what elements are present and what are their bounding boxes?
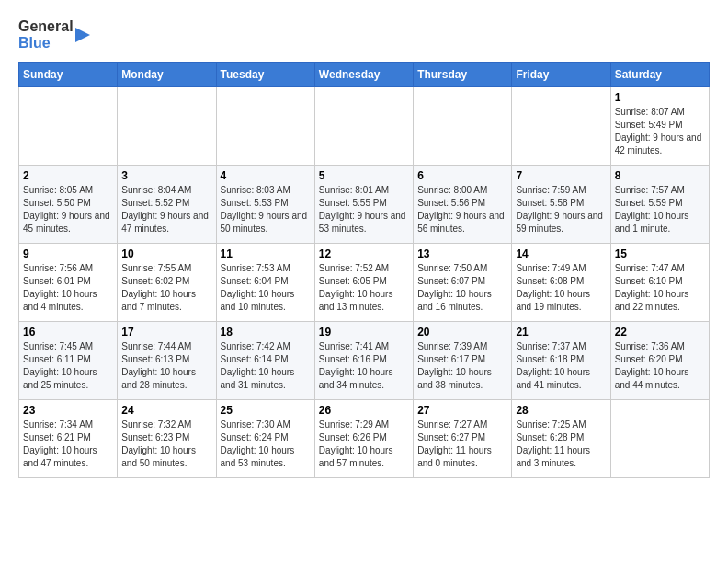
weekday-header-tuesday: Tuesday: [216, 62, 314, 86]
day-number: 6: [417, 169, 507, 182]
day-info: Sunrise: 7:47 AM Sunset: 6:10 PM Dayligh…: [615, 262, 705, 314]
calendar-cell: 16Sunrise: 7:45 AM Sunset: 6:11 PM Dayli…: [19, 321, 118, 399]
day-info: Sunrise: 7:56 AM Sunset: 6:01 PM Dayligh…: [23, 262, 113, 314]
calendar-cell: [512, 86, 610, 165]
day-info: Sunrise: 7:44 AM Sunset: 6:13 PM Dayligh…: [121, 340, 211, 392]
day-info: Sunrise: 7:50 AM Sunset: 6:07 PM Dayligh…: [417, 262, 507, 314]
calendar-cell: 18Sunrise: 7:42 AM Sunset: 6:14 PM Dayli…: [216, 321, 314, 399]
day-info: Sunrise: 7:57 AM Sunset: 5:59 PM Dayligh…: [615, 184, 705, 236]
day-info: Sunrise: 7:36 AM Sunset: 6:20 PM Dayligh…: [615, 340, 705, 392]
weekday-header-saturday: Saturday: [610, 62, 709, 86]
calendar-cell: 6Sunrise: 8:00 AM Sunset: 5:56 PM Daylig…: [414, 165, 512, 243]
calendar-cell: 14Sunrise: 7:49 AM Sunset: 6:08 PM Dayli…: [512, 243, 610, 321]
day-number: 15: [615, 247, 705, 260]
day-info: Sunrise: 7:39 AM Sunset: 6:17 PM Dayligh…: [417, 340, 507, 392]
logo-arrow-icon: [74, 26, 92, 44]
calendar-cell: 13Sunrise: 7:50 AM Sunset: 6:07 PM Dayli…: [414, 243, 512, 321]
day-number: 17: [121, 326, 211, 339]
calendar-cell: 1Sunrise: 8:07 AM Sunset: 5:49 PM Daylig…: [610, 86, 709, 165]
calendar-cell: 28Sunrise: 7:25 AM Sunset: 6:28 PM Dayli…: [512, 399, 610, 477]
day-number: 16: [23, 326, 113, 339]
weekday-header-sunday: Sunday: [19, 62, 118, 86]
calendar-cell: 27Sunrise: 7:27 AM Sunset: 6:27 PM Dayli…: [414, 399, 512, 477]
calendar-cell: 15Sunrise: 7:47 AM Sunset: 6:10 PM Dayli…: [610, 243, 709, 321]
day-number: 24: [121, 404, 211, 417]
day-number: 9: [23, 247, 113, 260]
weekday-header-thursday: Thursday: [414, 62, 512, 86]
calendar-cell: 9Sunrise: 7:56 AM Sunset: 6:01 PM Daylig…: [19, 243, 118, 321]
day-number: 14: [516, 247, 606, 260]
weekday-header-wednesday: Wednesday: [314, 62, 413, 86]
calendar-cell: 11Sunrise: 7:53 AM Sunset: 6:04 PM Dayli…: [216, 243, 314, 321]
day-number: 22: [615, 326, 705, 339]
calendar-cell: 7Sunrise: 7:59 AM Sunset: 5:58 PM Daylig…: [512, 165, 610, 243]
calendar-cell: 25Sunrise: 7:30 AM Sunset: 6:24 PM Dayli…: [216, 399, 314, 477]
calendar-cell: 23Sunrise: 7:34 AM Sunset: 6:21 PM Dayli…: [19, 399, 118, 477]
day-info: Sunrise: 8:00 AM Sunset: 5:56 PM Dayligh…: [417, 184, 507, 236]
day-info: Sunrise: 7:55 AM Sunset: 6:02 PM Dayligh…: [121, 262, 211, 314]
calendar-cell: [414, 86, 512, 165]
day-number: 27: [417, 404, 507, 417]
day-info: Sunrise: 7:25 AM Sunset: 6:28 PM Dayligh…: [516, 419, 606, 470]
week-row-4: 16Sunrise: 7:45 AM Sunset: 6:11 PM Dayli…: [19, 321, 710, 399]
calendar-cell: 26Sunrise: 7:29 AM Sunset: 6:26 PM Dayli…: [314, 399, 413, 477]
calendar-cell: 21Sunrise: 7:37 AM Sunset: 6:18 PM Dayli…: [512, 321, 610, 399]
week-row-1: 1Sunrise: 8:07 AM Sunset: 5:49 PM Daylig…: [19, 86, 710, 165]
logo-blue: Blue: [18, 35, 74, 52]
svg-marker-0: [75, 28, 90, 42]
day-info: Sunrise: 7:29 AM Sunset: 6:26 PM Dayligh…: [319, 419, 409, 470]
day-number: 8: [615, 169, 705, 182]
calendar-cell: [118, 86, 216, 165]
day-number: 5: [319, 169, 409, 182]
weekday-header-monday: Monday: [118, 62, 216, 86]
day-info: Sunrise: 8:03 AM Sunset: 5:53 PM Dayligh…: [221, 184, 311, 236]
calendar-cell: 4Sunrise: 8:03 AM Sunset: 5:53 PM Daylig…: [216, 165, 314, 243]
day-number: 2: [23, 169, 113, 182]
day-info: Sunrise: 8:05 AM Sunset: 5:50 PM Dayligh…: [23, 184, 113, 236]
week-row-5: 23Sunrise: 7:34 AM Sunset: 6:21 PM Dayli…: [19, 399, 710, 477]
day-number: 18: [221, 326, 311, 339]
calendar-cell: 3Sunrise: 8:04 AM Sunset: 5:52 PM Daylig…: [118, 165, 216, 243]
day-info: Sunrise: 7:52 AM Sunset: 6:05 PM Dayligh…: [319, 262, 409, 314]
page-header: GeneralBlue: [18, 18, 710, 52]
calendar-cell: 24Sunrise: 7:32 AM Sunset: 6:23 PM Dayli…: [118, 399, 216, 477]
calendar-cell: 2Sunrise: 8:05 AM Sunset: 5:50 PM Daylig…: [19, 165, 118, 243]
day-number: 25: [221, 404, 311, 417]
day-info: Sunrise: 7:53 AM Sunset: 6:04 PM Dayligh…: [221, 262, 311, 314]
day-info: Sunrise: 7:42 AM Sunset: 6:14 PM Dayligh…: [221, 340, 311, 392]
day-number: 19: [319, 326, 409, 339]
day-number: 7: [516, 169, 606, 182]
day-info: Sunrise: 8:04 AM Sunset: 5:52 PM Dayligh…: [121, 184, 211, 236]
calendar-cell: 22Sunrise: 7:36 AM Sunset: 6:20 PM Dayli…: [610, 321, 709, 399]
calendar-cell: [216, 86, 314, 165]
logo-container: GeneralBlue: [18, 18, 92, 52]
day-number: 23: [23, 404, 113, 417]
weekday-header-row: SundayMondayTuesdayWednesdayThursdayFrid…: [19, 62, 710, 86]
day-number: 10: [121, 247, 211, 260]
logo-general: General: [18, 18, 74, 35]
week-row-2: 2Sunrise: 8:05 AM Sunset: 5:50 PM Daylig…: [19, 165, 710, 243]
day-number: 1: [615, 91, 705, 104]
calendar-table: SundayMondayTuesdayWednesdayThursdayFrid…: [18, 62, 710, 478]
day-info: Sunrise: 8:01 AM Sunset: 5:55 PM Dayligh…: [319, 184, 409, 236]
calendar-cell: 12Sunrise: 7:52 AM Sunset: 6:05 PM Dayli…: [314, 243, 413, 321]
day-info: Sunrise: 7:59 AM Sunset: 5:58 PM Dayligh…: [516, 184, 606, 236]
day-info: Sunrise: 7:27 AM Sunset: 6:27 PM Dayligh…: [417, 419, 507, 470]
day-number: 20: [417, 326, 507, 339]
day-number: 12: [319, 247, 409, 260]
day-info: Sunrise: 7:32 AM Sunset: 6:23 PM Dayligh…: [121, 419, 211, 470]
logo-text: GeneralBlue: [18, 18, 74, 52]
day-info: Sunrise: 8:07 AM Sunset: 5:49 PM Dayligh…: [615, 106, 705, 157]
day-number: 28: [516, 404, 606, 417]
day-number: 21: [516, 326, 606, 339]
calendar-cell: [610, 399, 709, 477]
day-number: 13: [417, 247, 507, 260]
calendar-cell: 8Sunrise: 7:57 AM Sunset: 5:59 PM Daylig…: [610, 165, 709, 243]
day-info: Sunrise: 7:34 AM Sunset: 6:21 PM Dayligh…: [23, 419, 113, 470]
day-number: 11: [221, 247, 311, 260]
calendar-cell: 20Sunrise: 7:39 AM Sunset: 6:17 PM Dayli…: [414, 321, 512, 399]
day-info: Sunrise: 7:41 AM Sunset: 6:16 PM Dayligh…: [319, 340, 409, 392]
calendar-cell: [314, 86, 413, 165]
day-info: Sunrise: 7:45 AM Sunset: 6:11 PM Dayligh…: [23, 340, 113, 392]
calendar-cell: [19, 86, 118, 165]
